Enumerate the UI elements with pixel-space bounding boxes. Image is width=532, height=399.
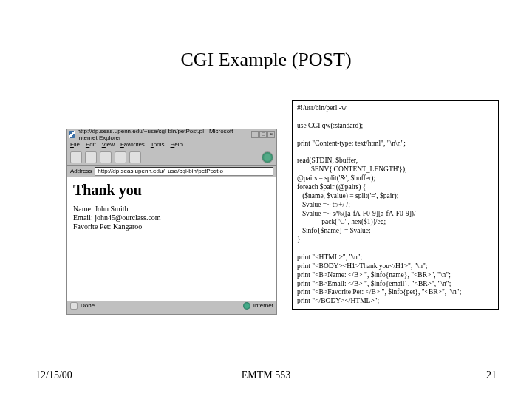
field-row: Email: john45@ourclass.com — [73, 214, 270, 222]
menu-help[interactable]: Help — [171, 141, 183, 148]
refresh-icon[interactable] — [115, 151, 126, 163]
forward-icon[interactable] — [85, 151, 97, 163]
window-title-text: http://dp.seas.upenn.edu/~usa/cgi-bin/pe… — [78, 128, 249, 141]
slide-title: CGI Example (POST) — [0, 49, 532, 71]
status-bar: Done Internet — [67, 300, 276, 310]
slide-footer: 12/15/00 EMTM 553 21 — [0, 369, 532, 381]
browser-window: http://dp.seas.upenn.edu/~usa/cgi-bin/pe… — [66, 129, 277, 315]
footer-page: 21 — [343, 369, 497, 381]
menu-edit[interactable]: Edit — [86, 141, 96, 148]
footer-date: 12/15/00 — [35, 369, 189, 381]
address-input[interactable]: http://dp.seas.upenn.edu/~usa/cgi-bin/pe… — [95, 167, 273, 176]
page-content: Thank you Name: John Smith Email: john45… — [67, 177, 276, 300]
toolbar — [67, 149, 276, 166]
menu-favorites[interactable]: Favorites — [120, 141, 145, 148]
menu-view[interactable]: View — [102, 141, 115, 148]
status-left: Done — [81, 302, 95, 309]
menu-tools[interactable]: Tools — [151, 141, 165, 148]
browser-titlebar: http://dp.seas.upenn.edu/~usa/cgi-bin/pe… — [67, 129, 276, 140]
page-heading: Thank you — [73, 182, 270, 199]
throbber-icon — [262, 151, 273, 163]
address-value: http://dp.seas.upenn.edu/~usa/cgi-bin/pe… — [98, 168, 223, 174]
address-bar: Address http://dp.seas.upenn.edu/~usa/cg… — [67, 166, 276, 177]
done-icon — [70, 302, 78, 310]
stop-icon[interactable] — [100, 151, 112, 163]
internet-zone-icon — [243, 302, 250, 310]
field-row: Favorite Pet: Kangaroo — [73, 222, 270, 231]
menu-file[interactable]: File — [70, 141, 80, 148]
address-label: Address — [70, 168, 92, 174]
ie-icon — [69, 131, 75, 138]
code-listing: #!/usr/bin/perl -w use CGI qw(:standard)… — [292, 100, 499, 310]
back-icon[interactable] — [70, 151, 82, 163]
field-row: Name: John Smith — [73, 205, 270, 213]
close-button[interactable]: × — [267, 131, 275, 138]
home-icon[interactable] — [129, 151, 141, 163]
minimize-button[interactable]: _ — [251, 131, 259, 138]
maximize-button[interactable]: □ — [259, 131, 267, 138]
status-right: Internet — [253, 302, 273, 309]
footer-course: EMTM 553 — [189, 369, 343, 381]
